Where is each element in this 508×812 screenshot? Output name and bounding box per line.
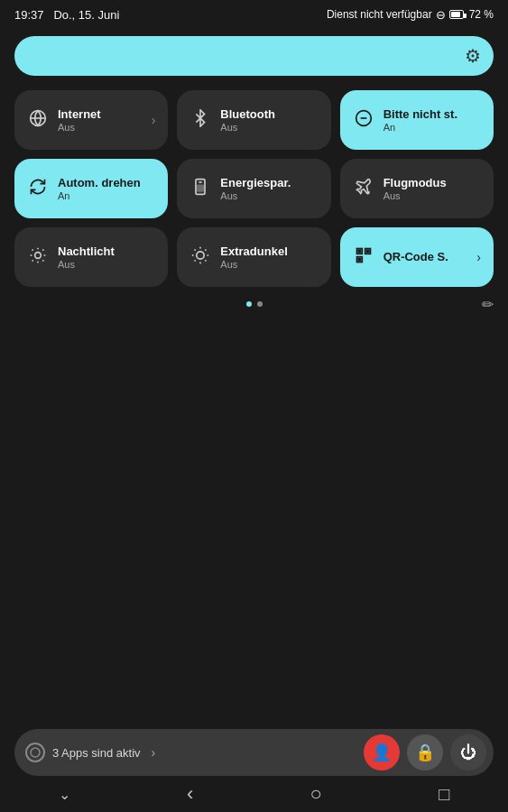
tile-sub-extradunkel: Aus (220, 259, 318, 270)
tile-text-bluetooth: Bluetooth Aus (220, 107, 318, 134)
active-apps-text: 3 Apps sind aktiv (52, 746, 141, 760)
tile-sub-auto-drehen: An (58, 190, 155, 201)
tile-qr-code[interactable]: QR-Code S. › (340, 227, 494, 287)
tile-internet[interactable]: Internet Aus › (14, 90, 168, 150)
back-button[interactable]: ‹ (176, 779, 204, 809)
page-indicators: ✏ (0, 301, 508, 307)
tile-chevron-icon: › (476, 250, 481, 264)
tile-text-nachtlicht: Nachtlicht Aus (58, 245, 155, 271)
svg-line-15 (42, 249, 43, 250)
tile-text-flugmodus: Flugmodus Aus (383, 176, 481, 202)
tile-sub-energiesparen: Aus (220, 190, 318, 201)
tile-title-energiesparen: Energiespar. (220, 176, 318, 190)
settings-icon[interactable]: ⚙ (465, 45, 481, 67)
apps-status-icon (25, 743, 45, 762)
tile-icon-auto-drehen (27, 178, 49, 200)
apps-chevron-icon: › (152, 745, 156, 760)
tile-icon-bitte-nicht-stoeren (353, 109, 374, 132)
tile-title-flugmodus: Flugmodus (383, 176, 481, 190)
svg-line-23 (195, 260, 196, 261)
bottom-app-bar: 3 Apps sind aktiv › 👤 🔒 ⏻ (14, 729, 494, 776)
tile-bitte-nicht-stoeren[interactable]: Bitte nicht st. An (340, 90, 494, 150)
tile-text-internet: Internet Aus (58, 107, 143, 134)
tile-icon-internet (27, 109, 49, 132)
active-apps-section[interactable]: 3 Apps sind aktiv › (22, 743, 356, 762)
power-icon: ⏻ (460, 743, 476, 762)
tile-icon-energiesparen (189, 178, 211, 200)
user-icon: 👤 (372, 743, 392, 762)
status-time: 19:37 (14, 8, 44, 22)
tile-auto-drehen[interactable]: Autom. drehen An (14, 159, 168, 218)
lock-icon: 🔒 (415, 743, 435, 762)
svg-point-7 (35, 252, 42, 258)
battery-icon (449, 10, 464, 19)
tile-title-bluetooth: Bluetooth (220, 107, 318, 122)
tile-energiesparen[interactable]: Energiespar. Aus (177, 159, 330, 218)
status-right: Dienst nicht verfügbar ⊖ 72 % (327, 8, 494, 22)
tile-icon-bluetooth (189, 109, 211, 132)
tile-flugmodus[interactable]: Flugmodus Aus (340, 159, 494, 218)
home-button[interactable]: ○ (300, 779, 333, 809)
tile-text-energiesparen: Energiespar. Aus (220, 176, 318, 202)
tile-extradunkel[interactable]: Extradunkel Aus (177, 227, 330, 287)
status-time-date: 19:37 Do., 15. Juni (14, 8, 119, 22)
tile-icon-flugmodus (353, 178, 374, 200)
recents-button[interactable]: □ (428, 780, 460, 808)
tile-text-auto-drehen: Autom. drehen An (58, 176, 155, 202)
tile-sub-flugmodus: Aus (383, 190, 481, 201)
svg-point-16 (197, 251, 204, 258)
tile-title-auto-drehen: Autom. drehen (58, 176, 155, 190)
status-bar: 19:37 Do., 15. Juni Dienst nicht verfügb… (0, 0, 508, 29)
tile-chevron-icon: › (152, 113, 156, 127)
dot-1 (246, 301, 252, 307)
tile-bluetooth[interactable]: Bluetooth Aus (177, 90, 330, 150)
tile-icon-qr-code (353, 246, 374, 269)
svg-line-10 (32, 249, 33, 250)
tile-sub-nachtlicht: Aus (58, 259, 155, 270)
dot-2 (257, 301, 263, 307)
tile-sub-internet: Aus (58, 122, 143, 133)
quick-settings-grid: Internet Aus › Bluetooth Aus Bitte nicht… (0, 83, 508, 294)
svg-line-24 (206, 249, 207, 250)
lock-button[interactable]: 🔒 (407, 734, 443, 770)
svg-rect-30 (358, 258, 361, 261)
tile-sub-bitte-nicht-stoeren: An (383, 122, 481, 133)
edit-button[interactable]: ✏ (482, 296, 494, 313)
svg-rect-29 (366, 250, 369, 253)
tile-text-extradunkel: Extradunkel Aus (220, 245, 318, 271)
tile-icon-extradunkel (189, 246, 211, 269)
tile-title-nachtlicht: Nachtlicht (58, 245, 155, 259)
svg-rect-6 (198, 185, 204, 191)
tile-title-qr-code: QR-Code S. (383, 250, 468, 264)
tile-title-extradunkel: Extradunkel (220, 245, 318, 259)
user-button[interactable]: 👤 (364, 734, 400, 770)
svg-rect-28 (358, 250, 361, 253)
dropdown-nav-icon[interactable]: ⌄ (48, 782, 81, 807)
search-bar[interactable]: ⚙ (14, 36, 494, 76)
tile-sub-bluetooth: Aus (220, 122, 318, 133)
tile-text-bitte-nicht-stoeren: Bitte nicht st. An (383, 107, 481, 134)
svg-point-40 (31, 748, 40, 757)
battery-level: 72 % (469, 8, 494, 21)
svg-line-20 (206, 260, 207, 261)
status-service: Dienst nicht verfügbar (327, 8, 432, 21)
status-date: Do., 15. Juni (53, 8, 119, 22)
svg-line-19 (195, 249, 196, 250)
tile-icon-nachtlicht (27, 246, 49, 269)
svg-line-11 (42, 260, 43, 261)
tile-title-internet: Internet (58, 107, 143, 122)
nav-bar: ⌄ ‹ ○ □ (0, 776, 508, 812)
svg-line-14 (32, 260, 33, 261)
tile-nachtlicht[interactable]: Nachtlicht Aus (14, 227, 168, 287)
no-sim-icon: ⊖ (436, 8, 446, 22)
tile-text-qr-code: QR-Code S. (383, 250, 468, 264)
tile-title-bitte-nicht-stoeren: Bitte nicht st. (383, 107, 481, 122)
power-button[interactable]: ⏻ (450, 734, 486, 770)
